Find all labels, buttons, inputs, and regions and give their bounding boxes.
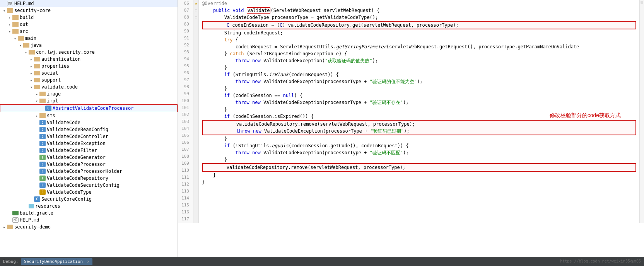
tree-item-ValidateCodeFilter[interactable]: C ValidateCodeFilter <box>0 147 178 154</box>
tree-item-validate-code[interactable]: validate.code <box>0 84 178 90</box>
bottom-bar: Debug: SecurityDemoApplication × https:/… <box>0 257 644 266</box>
tree-item-src[interactable]: src <box>0 28 178 35</box>
tree-label: out <box>20 22 28 27</box>
class-c-icon: C <box>39 120 46 125</box>
tree-item-build-gradle[interactable]: build.gradle <box>0 210 178 217</box>
tree-label: properties <box>41 63 69 69</box>
class-c-icon: C <box>39 162 46 167</box>
code-line-100: throw new ValidateCodeException(processo… <box>202 78 636 85</box>
tree-label: ValidateCodeBeanConfig <box>47 127 108 132</box>
tree-item-resources[interactable]: resources <box>0 203 178 210</box>
arrow-icon <box>12 36 18 41</box>
tree-label: com.lwj.security.core <box>36 49 95 55</box>
tree-item-security-core[interactable]: security-core <box>0 7 178 14</box>
tree-label: build.gradle <box>20 210 53 216</box>
folder-icon <box>12 22 19 27</box>
arrow-icon <box>7 29 12 34</box>
arrow-icon <box>29 57 34 61</box>
tree-item-main[interactable]: main <box>0 35 178 42</box>
tree-item-authentication[interactable]: authentication <box>0 56 178 63</box>
code-line-103: if (codeInSession == null) { <box>202 92 636 99</box>
code-line-101: } <box>202 85 636 92</box>
tree-item-ValidateCode[interactable]: C ValidateCode <box>0 119 178 126</box>
arrow-icon <box>34 92 39 96</box>
tree-item-ValidateCodeRepository[interactable]: I ValidateCodeRepository <box>0 175 178 182</box>
tree-item-ValidateCodeGenerator[interactable]: I ValidateCodeGenerator <box>0 154 178 161</box>
tree-item-helpmd-root[interactable]: MD HELP.md <box>0 0 178 7</box>
folder-icon <box>34 64 40 68</box>
tree-item-ValidateCodeException[interactable]: C ValidateCodeException <box>0 140 178 147</box>
tree-label: AbstractValidateCodeProcessor <box>53 106 134 111</box>
tree-label: ValidateCodeProcessorHolder <box>47 169 122 174</box>
code-content: 86 87 88 89 90 91 92 93 94 95 96 97 98 9… <box>178 0 644 223</box>
code-line-93: try { <box>202 36 636 43</box>
md-icon: MD <box>7 1 13 6</box>
tree-label: SecurityCoreConfig <box>41 196 92 202</box>
tree-label: ValidateCodeGenerator <box>47 155 106 160</box>
tree-label: sms <box>47 113 55 118</box>
tree-item-abstract-class[interactable]: C AbstractValidateCodeProcessor <box>0 104 178 112</box>
debug-app-tab[interactable]: SecurityDemoApplication × <box>21 258 93 265</box>
code-line-113: throw new ValidateCodeException(processo… <box>202 149 636 156</box>
tree-label: security-demo <box>14 224 51 230</box>
tree-label: java <box>31 43 42 48</box>
class-c-icon: C <box>39 134 46 139</box>
folder-icon <box>12 29 19 34</box>
tree-item-security-demo[interactable]: security-demo <box>0 223 178 230</box>
code-line-99: if (StringUtils.isBlank(codeInRequest)) … <box>202 71 636 78</box>
tree-item-social[interactable]: social <box>0 70 178 77</box>
code-line-95: } catch (ServletRequestBindingException … <box>202 50 636 57</box>
code-line-96: throw new ValidateCodeException("获取验证码的值… <box>202 57 636 64</box>
tree-item-properties[interactable]: properties <box>0 63 178 70</box>
folder-icon <box>39 113 46 118</box>
class-e-icon: E <box>39 189 46 195</box>
tree-label: ValidateCodeFilter <box>47 148 97 153</box>
code-line-87: public void validate(ServletWebRequest s… <box>202 7 636 14</box>
arrow-icon <box>2 225 7 229</box>
arrow-icon <box>34 114 39 118</box>
close-icon[interactable]: × <box>87 259 90 264</box>
folder-icon <box>12 15 19 20</box>
tree-label: validate.code <box>41 84 78 90</box>
code-line-92: String codeInRequest; <box>202 29 636 36</box>
tree-label: HELP.md <box>14 1 34 6</box>
code-line-90: C codeInSession = (C) validateCodeReposi… <box>202 21 636 29</box>
tree-label: main <box>25 36 36 41</box>
tree-item-java[interactable]: java <box>0 42 178 49</box>
tree-label: ValidateCodeController <box>47 134 108 139</box>
code-editor: 修改校验部分的code获取方式 86 87 88 89 90 91 92 93 … <box>178 0 644 257</box>
arrow-icon <box>7 22 12 27</box>
folder-icon <box>29 50 35 55</box>
class-c-icon: C <box>45 106 51 111</box>
tree-item-sms[interactable]: sms <box>0 112 178 119</box>
tree-item-support[interactable]: support <box>0 77 178 84</box>
arrow-icon <box>34 99 39 103</box>
tree-label: impl <box>47 98 58 104</box>
scroll-indicator[interactable] <box>641 1 643 4</box>
tree-label: ValidateCodeRepository <box>47 176 108 181</box>
folder-icon <box>23 43 29 48</box>
tree-item-ValidateCodeController[interactable]: C ValidateCodeController <box>0 133 178 140</box>
code-line-109: throw new ValidateCodeException(processo… <box>203 128 635 135</box>
code-line-104: throw new ValidateCodeException(processo… <box>202 99 636 106</box>
tree-item-impl[interactable]: impl <box>0 97 178 104</box>
tree-item-ValidateCodeBeanConfig[interactable]: C ValidateCodeBeanConfig <box>0 126 178 133</box>
tree-item-SecurityCoreConfig[interactable]: C SecurityCoreConfig <box>0 196 178 203</box>
tree-item-ValidateCodeSecurityConfig[interactable]: C ValidateCodeSecurityConfig <box>0 182 178 189</box>
folder-icon <box>18 36 24 41</box>
tree-item-build[interactable]: build <box>0 14 178 21</box>
tree-item-out[interactable]: out <box>0 21 178 28</box>
tree-item-ValidateCodeProcessor[interactable]: C ValidateCodeProcessor <box>0 161 178 168</box>
tree-item-image[interactable]: image <box>0 90 178 97</box>
tree-item-ValidateCodeProcessorHolder[interactable]: C ValidateCodeProcessorHolder <box>0 168 178 175</box>
tree-label: ValidateCodeSecurityConfig <box>47 182 120 188</box>
file-tree: MD HELP.md security-core build out src <box>0 0 178 257</box>
class-i-icon: I <box>39 176 46 181</box>
tree-label: social <box>41 70 58 76</box>
folder-icon <box>34 57 40 61</box>
tree-item-com-pkg[interactable]: com.lwj.security.core <box>0 49 178 56</box>
tree-item-helpmd[interactable]: MD HELP.md <box>0 217 178 223</box>
tree-item-ValidateCodeType[interactable]: E ValidateCodeType <box>0 189 178 196</box>
arrow-icon <box>29 71 34 75</box>
debug-label: Debug: <box>3 259 19 264</box>
